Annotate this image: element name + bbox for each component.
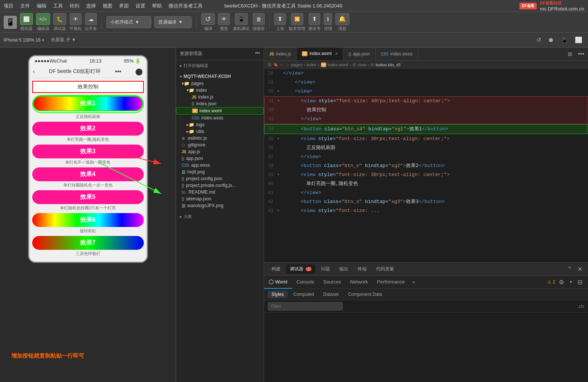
- file-readme[interactable]: M↓ README.md: [176, 189, 264, 195]
- details-button[interactable]: ℹ: [324, 13, 332, 25]
- file-index-wxml[interactable]: W index.wxml: [176, 107, 264, 115]
- df-logo-icon[interactable]: DF创客: [519, 3, 536, 9]
- line-fold-arrow[interactable]: ▾: [277, 171, 283, 179]
- effect6-button[interactable]: 效果6: [32, 213, 144, 227]
- component-data-tab[interactable]: Component Data: [344, 291, 386, 298]
- tab-index-js[interactable]: JS index.js: [264, 48, 297, 60]
- problems-tab[interactable]: 问题: [317, 264, 334, 274]
- outline-section[interactable]: ▸ 大纲: [176, 213, 264, 221]
- file-gitignore[interactable]: ⬡ .gitignore: [176, 142, 264, 148]
- effect3-button[interactable]: 效果3: [32, 145, 144, 158]
- folder-logs[interactable]: ▸📁 logs: [176, 121, 264, 128]
- effect7-button[interactable]: 效果7: [32, 236, 144, 250]
- cloud-button[interactable]: ☁: [85, 13, 97, 25]
- terminal-tab[interactable]: 终端: [354, 264, 370, 274]
- line-fold-arrow[interactable]: ▾: [277, 135, 283, 143]
- console-tab[interactable]: Console: [292, 276, 319, 289]
- fullscreen-icon[interactable]: ⬜: [573, 36, 584, 44]
- devtools-layout-icon[interactable]: ⊟: [576, 278, 584, 286]
- menu-select[interactable]: 选择: [86, 3, 96, 9]
- stop-icon[interactable]: ⏺: [546, 36, 556, 44]
- dataset-tab[interactable]: Dataset: [319, 291, 342, 298]
- menu-tools[interactable]: 工具: [53, 3, 63, 9]
- file-eslint[interactable]: ⚙ .eslintrc.js: [176, 135, 264, 142]
- file-mqtt-png[interactable]: 🖼 mqtt.png: [176, 169, 264, 175]
- output-tab[interactable]: 输出: [336, 264, 352, 274]
- file-sitemap[interactable]: {} sitemap.json: [176, 195, 264, 202]
- resource-manager-menu[interactable]: •••: [255, 51, 260, 57]
- preview-button[interactable]: 👁: [218, 13, 230, 25]
- mode-dropdown[interactable]: 小程序模式 ▼: [106, 16, 151, 28]
- upload-button[interactable]: ⬆: [274, 13, 286, 25]
- compile-button[interactable]: ↺: [201, 13, 215, 25]
- refresh-icon[interactable]: ↺: [534, 36, 543, 44]
- tab-index-wxss[interactable]: CSS index.wxss: [376, 48, 418, 60]
- file-app-wxss[interactable]: CSS app.wxss: [176, 162, 264, 169]
- message-button[interactable]: 🔔: [335, 13, 349, 25]
- test-button[interactable]: ⬆: [309, 13, 320, 25]
- editor-button[interactable]: </>: [36, 13, 50, 25]
- filter-input[interactable]: [268, 302, 343, 310]
- menu-file[interactable]: 文件: [20, 3, 30, 9]
- menu-help[interactable]: 帮助: [152, 3, 162, 9]
- debugger-button[interactable]: 🐛: [53, 13, 66, 25]
- folder-pages[interactable]: ▾📁 pages: [176, 80, 264, 87]
- file-index-wxss[interactable]: CSS index.wxss: [176, 115, 264, 121]
- file-project-config[interactable]: {} project.config.json: [176, 175, 264, 182]
- compile-dropdown[interactable]: 普通编译 ▼: [154, 16, 192, 28]
- breadcrumb-forward-icon[interactable]: →: [285, 63, 290, 67]
- hot-reload[interactable]: 热重载 开 ▼: [51, 37, 76, 43]
- editor-layout-icon[interactable]: ⊞: [566, 50, 574, 58]
- performance-tab[interactable]: Performance: [373, 276, 409, 289]
- phone-icon[interactable]: 📱: [559, 36, 570, 44]
- breadcrumb-index[interactable]: index: [307, 63, 316, 67]
- breadcrumb-view[interactable]: view: [358, 63, 366, 67]
- effect1-button[interactable]: 效果1: [33, 96, 143, 111]
- menu-settings[interactable]: 设置: [136, 3, 145, 9]
- menu-interface[interactable]: 界面: [119, 3, 129, 9]
- line-fold-arrow[interactable]: ▾: [278, 97, 284, 105]
- tab-app-json[interactable]: {} app.json: [343, 48, 376, 60]
- cls-button[interactable]: .cls: [578, 304, 584, 309]
- code-quality-tab[interactable]: 代码质量: [372, 264, 398, 274]
- version-button[interactable]: 🔀: [291, 13, 303, 25]
- file-waologo[interactable]: 🖼 waoologoJPX.png: [176, 202, 264, 209]
- nav-more-icon[interactable]: •••: [115, 68, 121, 75]
- sources-tab[interactable]: Sources: [319, 276, 346, 289]
- project-label[interactable]: ▾ MQTT-WECHAT-XCDH: [176, 73, 264, 80]
- breadcrumb-wxml-file[interactable]: index.wxml: [328, 63, 348, 67]
- open-editors-label[interactable]: ▸ 打开的编辑器: [176, 62, 264, 70]
- simulator-button[interactable]: ⬜: [20, 13, 33, 25]
- line-fold-arrow[interactable]: ▾: [277, 207, 283, 215]
- folder-index[interactable]: ▾📁 index: [176, 87, 264, 94]
- editor-more-icon[interactable]: •••: [576, 50, 586, 58]
- file-app-json[interactable]: {} app.json: [176, 155, 264, 162]
- panel-close-icon[interactable]: ✕: [576, 265, 584, 273]
- panel-collapse-icon[interactable]: ⌃: [565, 265, 574, 273]
- nav-record-icon[interactable]: ⬤: [135, 67, 143, 76]
- menu-project[interactable]: 项目: [4, 3, 13, 9]
- build-tab[interactable]: 构建: [268, 264, 284, 274]
- computed-tab[interactable]: Computed: [290, 291, 318, 298]
- breadcrumb-back-icon[interactable]: ←: [280, 63, 284, 67]
- more-devtools-icon[interactable]: »: [409, 276, 418, 289]
- breadcrumb-btn[interactable]: button.btn_s5: [376, 63, 401, 67]
- effect4-button[interactable]: 效果4: [32, 167, 144, 181]
- devtools-more-icon[interactable]: •: [568, 278, 574, 286]
- devtools-settings-icon[interactable]: ⚙: [557, 278, 566, 286]
- debugger-tab[interactable]: 调试器 2: [286, 264, 315, 274]
- line-fold-arrow[interactable]: ▾: [277, 87, 283, 96]
- effect5-button[interactable]: 效果5: [32, 190, 144, 204]
- network-tab[interactable]: Network: [346, 276, 373, 289]
- wxml-tab[interactable]: ⬡ Wxml: [264, 276, 292, 289]
- effect2-button[interactable]: 效果2: [32, 122, 144, 136]
- file-index-json[interactable]: {} index.json: [176, 100, 264, 107]
- folder-utils[interactable]: ▸📁 utils: [176, 128, 264, 135]
- menu-edit[interactable]: 编辑: [37, 3, 46, 9]
- menu-goto[interactable]: 转到: [70, 3, 79, 9]
- file-index-js[interactable]: JS index.js: [176, 94, 264, 100]
- menu-wechat[interactable]: 微信开发者工具: [169, 3, 203, 9]
- styles-tab[interactable]: Styles: [268, 291, 288, 298]
- real-device-button[interactable]: 📱: [235, 13, 248, 25]
- tab-index-wxml[interactable]: W index.wxml ✕: [297, 48, 343, 60]
